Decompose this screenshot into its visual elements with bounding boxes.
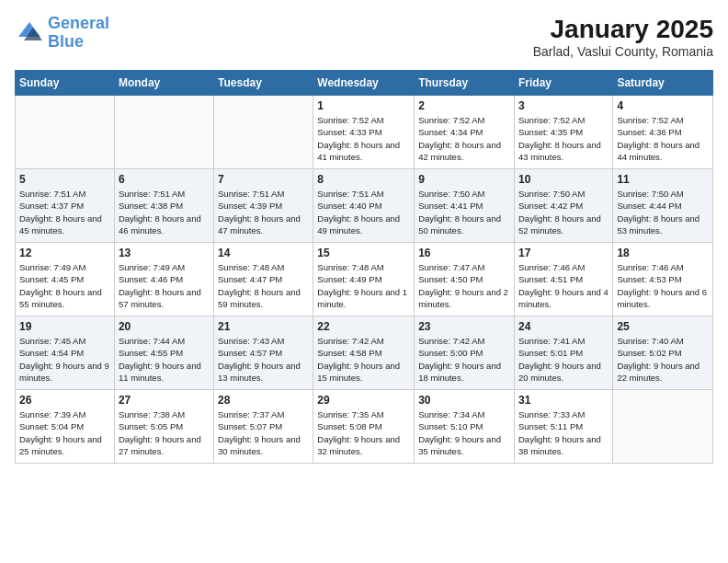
cell-content: Sunrise: 7:51 AM Sunset: 4:37 PM Dayligh… xyxy=(19,188,110,236)
logo-line2: Blue xyxy=(48,32,84,51)
day-number: 31 xyxy=(518,394,609,407)
cell-content: Sunrise: 7:47 AM Sunset: 4:50 PM Dayligh… xyxy=(418,261,510,310)
table-row: 9Sunrise: 7:50 AM Sunset: 4:41 PM Daylig… xyxy=(415,169,515,243)
day-number: 7 xyxy=(218,173,309,186)
cell-content: Sunrise: 7:45 AM Sunset: 4:54 PM Dayligh… xyxy=(19,335,110,384)
day-number: 8 xyxy=(317,173,410,186)
day-number: 27 xyxy=(119,394,210,407)
table-row: 28Sunrise: 7:37 AM Sunset: 5:07 PM Dayli… xyxy=(214,390,313,464)
day-number: 24 xyxy=(518,320,609,333)
cell-content: Sunrise: 7:38 AM Sunset: 5:05 PM Dayligh… xyxy=(119,408,210,457)
cell-content: Sunrise: 7:52 AM Sunset: 4:34 PM Dayligh… xyxy=(418,114,510,163)
cell-content: Sunrise: 7:50 AM Sunset: 4:41 PM Dayligh… xyxy=(418,188,510,236)
day-number: 14 xyxy=(218,247,309,259)
table-row: 24Sunrise: 7:41 AM Sunset: 5:01 PM Dayli… xyxy=(514,316,612,390)
day-number: 11 xyxy=(617,173,709,186)
cell-content: Sunrise: 7:51 AM Sunset: 4:40 PM Dayligh… xyxy=(317,188,410,236)
day-number: 4 xyxy=(617,99,709,112)
table-row: 18Sunrise: 7:46 AM Sunset: 4:53 PM Dayli… xyxy=(613,243,713,316)
day-number: 26 xyxy=(19,394,110,407)
table-row: 23Sunrise: 7:42 AM Sunset: 5:00 PM Dayli… xyxy=(415,316,515,390)
table-row: 26Sunrise: 7:39 AM Sunset: 5:04 PM Dayli… xyxy=(16,390,115,464)
table-row: 13Sunrise: 7:49 AM Sunset: 4:46 PM Dayli… xyxy=(114,243,213,316)
day-number: 28 xyxy=(218,394,309,407)
cell-content: Sunrise: 7:43 AM Sunset: 4:57 PM Dayligh… xyxy=(218,335,309,384)
cell-content: Sunrise: 7:52 AM Sunset: 4:36 PM Dayligh… xyxy=(617,114,709,163)
table-row: 15Sunrise: 7:48 AM Sunset: 4:49 PM Dayli… xyxy=(313,243,415,316)
col-monday: Monday xyxy=(114,71,213,96)
day-number: 20 xyxy=(119,320,210,333)
table-row: 25Sunrise: 7:40 AM Sunset: 5:02 PM Dayli… xyxy=(613,316,713,390)
table-row: 21Sunrise: 7:43 AM Sunset: 4:57 PM Dayli… xyxy=(214,316,313,390)
title-block: January 2025 Barlad, Vaslui County, Roma… xyxy=(533,15,713,59)
cell-content: Sunrise: 7:51 AM Sunset: 4:39 PM Dayligh… xyxy=(218,188,309,236)
cell-content: Sunrise: 7:51 AM Sunset: 4:38 PM Dayligh… xyxy=(119,188,210,236)
logo-line1: General xyxy=(48,14,109,32)
table-row: 2Sunrise: 7:52 AM Sunset: 4:34 PM Daylig… xyxy=(415,96,515,169)
cell-content: Sunrise: 7:42 AM Sunset: 5:00 PM Dayligh… xyxy=(418,335,510,384)
cell-content: Sunrise: 7:52 AM Sunset: 4:35 PM Dayligh… xyxy=(518,114,609,163)
cell-content: Sunrise: 7:37 AM Sunset: 5:07 PM Dayligh… xyxy=(218,408,309,457)
cell-content: Sunrise: 7:48 AM Sunset: 4:47 PM Dayligh… xyxy=(218,261,309,310)
day-number: 1 xyxy=(317,99,410,112)
day-number: 17 xyxy=(518,247,609,259)
table-row xyxy=(114,96,213,169)
day-number: 30 xyxy=(418,394,510,407)
col-sunday: Sunday xyxy=(16,71,115,96)
calendar-week-4: 26Sunrise: 7:39 AM Sunset: 5:04 PM Dayli… xyxy=(16,390,713,464)
logo-icon xyxy=(15,18,44,48)
cell-content: Sunrise: 7:35 AM Sunset: 5:08 PM Dayligh… xyxy=(317,408,410,457)
day-number: 25 xyxy=(617,320,709,333)
day-number: 3 xyxy=(518,99,609,112)
day-number: 6 xyxy=(119,173,210,186)
cell-content: Sunrise: 7:46 AM Sunset: 4:51 PM Dayligh… xyxy=(518,261,609,310)
table-row: 6Sunrise: 7:51 AM Sunset: 4:38 PM Daylig… xyxy=(114,169,213,243)
table-row: 4Sunrise: 7:52 AM Sunset: 4:36 PM Daylig… xyxy=(613,96,713,169)
table-row: 7Sunrise: 7:51 AM Sunset: 4:39 PM Daylig… xyxy=(214,169,313,243)
table-row xyxy=(613,390,713,464)
col-friday: Friday xyxy=(514,71,612,96)
day-number: 13 xyxy=(119,247,210,259)
table-row: 8Sunrise: 7:51 AM Sunset: 4:40 PM Daylig… xyxy=(313,169,415,243)
table-row: 3Sunrise: 7:52 AM Sunset: 4:35 PM Daylig… xyxy=(514,96,612,169)
cell-content: Sunrise: 7:50 AM Sunset: 4:42 PM Dayligh… xyxy=(518,188,609,236)
table-row xyxy=(16,96,115,169)
table-row: 20Sunrise: 7:44 AM Sunset: 4:55 PM Dayli… xyxy=(114,316,213,390)
table-row: 22Sunrise: 7:42 AM Sunset: 4:58 PM Dayli… xyxy=(313,316,415,390)
table-row xyxy=(214,96,313,169)
table-row: 29Sunrise: 7:35 AM Sunset: 5:08 PM Dayli… xyxy=(313,390,415,464)
header-row: Sunday Monday Tuesday Wednesday Thursday… xyxy=(16,71,713,96)
cell-content: Sunrise: 7:49 AM Sunset: 4:45 PM Dayligh… xyxy=(19,261,110,310)
table-row: 11Sunrise: 7:50 AM Sunset: 4:44 PM Dayli… xyxy=(613,169,713,243)
table-row: 10Sunrise: 7:50 AM Sunset: 4:42 PM Dayli… xyxy=(514,169,612,243)
cell-content: Sunrise: 7:33 AM Sunset: 5:11 PM Dayligh… xyxy=(518,408,609,457)
table-row: 1Sunrise: 7:52 AM Sunset: 4:33 PM Daylig… xyxy=(313,96,415,169)
table-row: 27Sunrise: 7:38 AM Sunset: 5:05 PM Dayli… xyxy=(114,390,213,464)
table-row: 5Sunrise: 7:51 AM Sunset: 4:37 PM Daylig… xyxy=(16,169,115,243)
col-thursday: Thursday xyxy=(415,71,515,96)
table-row: 16Sunrise: 7:47 AM Sunset: 4:50 PM Dayli… xyxy=(415,243,515,316)
cell-content: Sunrise: 7:46 AM Sunset: 4:53 PM Dayligh… xyxy=(617,261,709,310)
table-row: 12Sunrise: 7:49 AM Sunset: 4:45 PM Dayli… xyxy=(16,243,115,316)
day-number: 10 xyxy=(518,173,609,186)
table-row: 19Sunrise: 7:45 AM Sunset: 4:54 PM Dayli… xyxy=(16,316,115,390)
day-number: 23 xyxy=(418,320,510,333)
day-number: 22 xyxy=(317,320,410,333)
day-number: 15 xyxy=(317,247,410,259)
day-number: 19 xyxy=(19,320,110,333)
day-number: 16 xyxy=(418,247,510,259)
table-row: 31Sunrise: 7:33 AM Sunset: 5:11 PM Dayli… xyxy=(514,390,612,464)
day-number: 5 xyxy=(19,173,110,186)
col-saturday: Saturday xyxy=(613,71,713,96)
logo: General Blue xyxy=(15,15,109,52)
cell-content: Sunrise: 7:34 AM Sunset: 5:10 PM Dayligh… xyxy=(418,408,510,457)
cell-content: Sunrise: 7:44 AM Sunset: 4:55 PM Dayligh… xyxy=(119,335,210,384)
logo-text: General Blue xyxy=(48,15,109,52)
cell-content: Sunrise: 7:39 AM Sunset: 5:04 PM Dayligh… xyxy=(19,408,110,457)
table-row: 14Sunrise: 7:48 AM Sunset: 4:47 PM Dayli… xyxy=(214,243,313,316)
day-number: 2 xyxy=(418,99,510,112)
day-number: 21 xyxy=(218,320,309,333)
calendar-week-0: 1Sunrise: 7:52 AM Sunset: 4:33 PM Daylig… xyxy=(16,96,713,169)
cell-content: Sunrise: 7:41 AM Sunset: 5:01 PM Dayligh… xyxy=(518,335,609,384)
cell-content: Sunrise: 7:40 AM Sunset: 5:02 PM Dayligh… xyxy=(617,335,709,384)
